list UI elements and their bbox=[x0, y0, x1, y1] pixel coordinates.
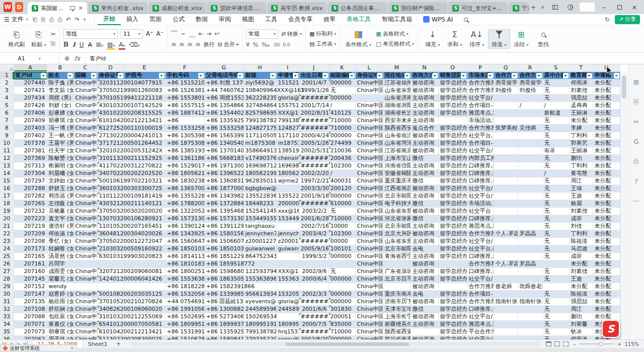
cell[interactable]: +86 18101832 bbox=[165, 260, 204, 268]
formula-input[interactable]: 客户id bbox=[86, 53, 110, 64]
cell[interactable]: 未分配 bbox=[593, 125, 620, 132]
cell[interactable]: 山东省东营 bbox=[383, 87, 411, 95]
document-tab[interactable]: S公务员国企事业单位 bbox=[328, 2, 387, 14]
cell[interactable]: 被动咨询 bbox=[411, 185, 438, 193]
cell[interactable]: 上海市宝山 bbox=[383, 155, 411, 162]
cell[interactable]: 710000 bbox=[329, 215, 355, 223]
cell[interactable]: 180562199 bbox=[244, 170, 276, 178]
cell[interactable]: China中国 bbox=[73, 336, 97, 339]
cell[interactable]: 社交平台/ bbox=[467, 336, 494, 339]
decrease-indent-icon[interactable]: ⇤ bbox=[198, 30, 203, 37]
cell[interactable]: 合作方推荐 bbox=[467, 79, 494, 87]
cell[interactable]: 湖南省长沙 bbox=[383, 110, 411, 117]
merge-cells-button[interactable]: ⊟合并▾ bbox=[217, 41, 238, 48]
cell[interactable]: 彭睿婧 (女 bbox=[47, 110, 73, 117]
column-filter-icon[interactable] bbox=[461, 73, 466, 78]
cell[interactable] bbox=[494, 185, 518, 193]
horizontal-scrollbar-thumb[interactable] bbox=[286, 342, 409, 346]
cell[interactable]: 2003/3/30 bbox=[299, 185, 329, 193]
cell[interactable]: 社交平台/ bbox=[467, 193, 494, 200]
cell[interactable]: 留学总经办 bbox=[438, 140, 467, 147]
cell[interactable]: China中国 bbox=[355, 298, 383, 306]
cell[interactable]: 117110505 bbox=[244, 132, 276, 140]
cell[interactable]: +86 19910568 bbox=[165, 306, 204, 313]
cell[interactable]: 无 bbox=[542, 245, 569, 253]
cell[interactable]: China中国 bbox=[73, 223, 97, 230]
cell[interactable]: China中国 bbox=[73, 185, 97, 193]
cell[interactable]: China中国 bbox=[355, 185, 383, 193]
cell[interactable]: 曾老师 bbox=[494, 283, 518, 291]
cell[interactable]: 山东省临沂 bbox=[383, 132, 411, 140]
header-cell[interactable]: 出生日期 bbox=[299, 72, 329, 79]
save-icon[interactable]: ⎗ bbox=[33, 16, 38, 23]
cell[interactable]: 丁利利 bbox=[569, 230, 593, 238]
cell[interactable]: 无 bbox=[542, 336, 569, 339]
cell[interactable]: 180995191 bbox=[276, 321, 299, 328]
cell[interactable]: 000000 bbox=[329, 79, 355, 87]
cell[interactable]: ######## bbox=[299, 328, 329, 336]
cell[interactable]: 155363896 bbox=[244, 276, 276, 283]
cell[interactable]: ######## bbox=[299, 238, 329, 245]
cell[interactable]: 835000 bbox=[329, 321, 355, 328]
cell[interactable]: China中国 bbox=[73, 193, 97, 200]
cell[interactable]: 135522836 bbox=[276, 193, 299, 200]
horizontal-scrollbar[interactable] bbox=[130, 342, 541, 346]
row-number[interactable]: 30 bbox=[0, 291, 14, 298]
document-tab[interactable]: S贷款申请信息.xlsx bbox=[207, 2, 266, 14]
wps-promo-float-icon[interactable]: S bbox=[602, 320, 620, 338]
file-menu-button[interactable]: ☰ 文件 ∨ bbox=[4, 15, 29, 24]
cell[interactable]: 留学总经办 bbox=[438, 87, 467, 95]
cell[interactable]: 山东省东营 bbox=[383, 208, 411, 215]
header-cell[interactable]: 申请专用 bbox=[276, 72, 299, 79]
vertical-scrollbar[interactable] bbox=[620, 72, 627, 339]
align-right-icon[interactable]: ≡ bbox=[187, 41, 192, 48]
cell[interactable] bbox=[299, 260, 329, 268]
cell[interactable]: 刘俊伶 bbox=[494, 87, 518, 95]
document-tab[interactable]: S宁夏教师样本.xlsx bbox=[509, 2, 528, 14]
cell[interactable]: 未分配 bbox=[593, 95, 620, 102]
cell[interactable]: 无 bbox=[542, 223, 569, 230]
column-header-O[interactable]: O bbox=[438, 64, 467, 72]
cell[interactable]: 135522836 bbox=[244, 193, 276, 200]
cell[interactable]: 黄嘉仪 (女 bbox=[47, 321, 73, 328]
cell[interactable]: 未分配 bbox=[569, 117, 593, 125]
cell[interactable]: 207402 bbox=[14, 132, 47, 140]
undo-icon[interactable]: ↶ bbox=[66, 16, 71, 23]
column-header-C[interactable]: C bbox=[73, 64, 97, 72]
cell[interactable]: 被动咨询 bbox=[411, 283, 438, 291]
column-header-J[interactable]: J bbox=[299, 64, 329, 72]
cell[interactable]: 无 bbox=[542, 79, 569, 87]
cell[interactable]: 社交平台 bbox=[467, 208, 494, 215]
cell[interactable]: 500108200203035125 bbox=[97, 291, 124, 298]
cell[interactable]: 2001/6/6 bbox=[299, 306, 329, 313]
cell[interactable]: China中国 bbox=[355, 276, 383, 283]
cell[interactable]: 864752343 bbox=[244, 253, 276, 260]
cell[interactable]: 102300 bbox=[329, 162, 355, 170]
cell[interactable]: 吴晓蔓 (女 bbox=[47, 208, 73, 215]
cell[interactable]: China中国 bbox=[73, 79, 97, 87]
cell[interactable]: 吴佳祺 bbox=[518, 125, 542, 132]
cell[interactable]: 207421 bbox=[14, 87, 47, 95]
cell[interactable]: China中国 bbox=[73, 253, 97, 260]
cell[interactable]: 370502200012272047 bbox=[97, 238, 124, 245]
cell[interactable]: +86 1971300890 bbox=[204, 162, 244, 170]
cell[interactable]: +86 13851932 bbox=[165, 147, 204, 155]
cell[interactable]: 未分配 bbox=[593, 245, 620, 253]
cell[interactable] bbox=[518, 200, 542, 208]
cell[interactable]: 207288 bbox=[14, 185, 47, 193]
cell[interactable]: 凯烁曾老师 bbox=[518, 283, 542, 291]
cell[interactable]: +86 1372884680 bbox=[204, 200, 244, 208]
cell[interactable]: 2002/3/3 bbox=[299, 291, 329, 298]
cell[interactable]: 王丽淋 bbox=[569, 110, 593, 117]
column-header-Q[interactable]: Q bbox=[494, 64, 518, 72]
cell[interactable]: 610000 bbox=[329, 200, 355, 208]
cell[interactable]: +86 1580841999 bbox=[204, 336, 244, 339]
cell[interactable]: 无 bbox=[542, 193, 569, 200]
cell[interactable] bbox=[329, 283, 355, 291]
cell[interactable]: 社交平台/ bbox=[467, 147, 494, 155]
cell[interactable]: 左佳薇 (女 bbox=[47, 200, 73, 208]
cell[interactable]: 2001/7/14 bbox=[299, 102, 329, 110]
cell[interactable]: China中国 bbox=[355, 283, 383, 291]
cell[interactable] bbox=[299, 283, 329, 291]
cell[interactable]: China中国 bbox=[73, 178, 97, 185]
